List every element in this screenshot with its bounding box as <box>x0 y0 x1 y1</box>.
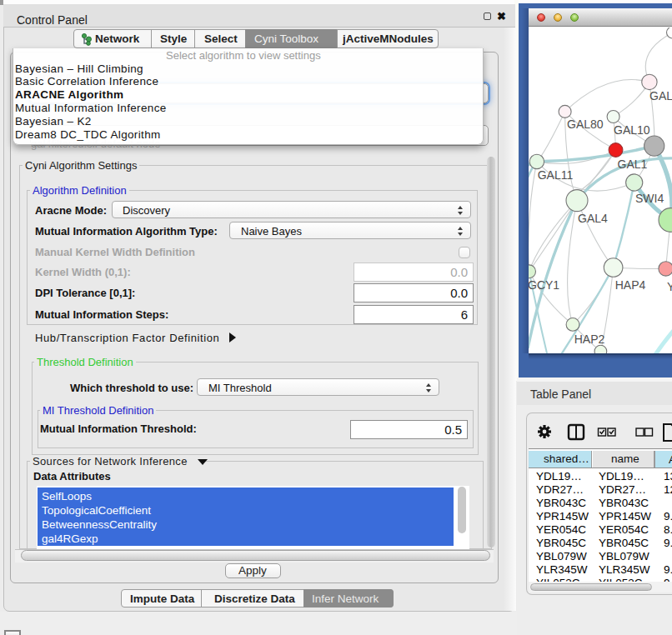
svg-text:GAL4: GAL4 <box>578 212 608 225</box>
svg-text:HAP2: HAP2 <box>574 332 605 346</box>
svg-text:GAL: GAL <box>649 89 672 102</box>
svg-text:Y: Y <box>667 280 672 293</box>
svg-text:GCY1: GCY1 <box>529 278 559 292</box>
svg-text:SWI4: SWI4 <box>635 192 664 205</box>
svg-text:HAP4: HAP4 <box>615 278 646 292</box>
svg-text:GAL80: GAL80 <box>567 118 604 131</box>
svg-text:GAL11: GAL11 <box>538 168 574 182</box>
svg-text:GAL10: GAL10 <box>614 123 650 137</box>
svg-text:GAL1: GAL1 <box>618 158 648 171</box>
